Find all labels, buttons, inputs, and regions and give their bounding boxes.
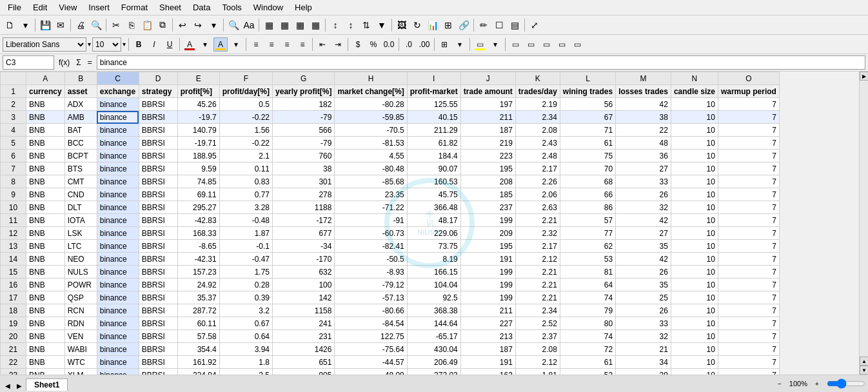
cell-L11[interactable]: 57 bbox=[560, 214, 615, 227]
cell-L12[interactable]: 77 bbox=[560, 227, 615, 240]
cell-G21[interactable]: 1426 bbox=[273, 343, 335, 356]
cell-N14[interactable]: 10 bbox=[671, 253, 718, 266]
cell-J11[interactable]: 199 bbox=[460, 214, 515, 227]
cell-A20[interactable]: BNB bbox=[26, 330, 65, 343]
redo-btn[interactable]: ↪ bbox=[191, 18, 205, 32]
cell-B13[interactable]: LTC bbox=[64, 240, 97, 253]
cell-J21[interactable]: 187 bbox=[460, 343, 515, 356]
cell-E12[interactable]: 168.33 bbox=[177, 227, 219, 240]
cell-L1[interactable]: wining trades bbox=[560, 85, 615, 98]
col-header-A[interactable]: A bbox=[26, 72, 65, 85]
cell-J22[interactable]: 191 bbox=[460, 356, 515, 369]
cell-O18[interactable]: 7 bbox=[718, 304, 779, 317]
cell-I12[interactable]: 229.06 bbox=[407, 227, 460, 240]
borders-drop[interactable]: ▾ bbox=[453, 37, 467, 52]
menu-file[interactable]: File bbox=[3, 1, 26, 14]
cell-I18[interactable]: 368.38 bbox=[407, 304, 460, 317]
col-header-L[interactable]: L bbox=[560, 72, 615, 85]
cell-G22[interactable]: 651 bbox=[273, 356, 335, 369]
cell-E18[interactable]: 287.72 bbox=[177, 304, 219, 317]
cell-L4[interactable]: 71 bbox=[560, 124, 615, 137]
row-header-19[interactable]: 19 bbox=[1, 317, 26, 330]
paste-btn[interactable]: 📋 bbox=[140, 18, 154, 32]
cell-M17[interactable]: 25 bbox=[616, 291, 671, 304]
cell-F11[interactable]: -0.48 bbox=[219, 214, 272, 227]
cell-I21[interactable]: 430.04 bbox=[407, 343, 460, 356]
zoom-in-btn[interactable]: + bbox=[810, 377, 824, 391]
cell-J3[interactable]: 211 bbox=[460, 111, 515, 124]
cell-O2[interactable]: 7 bbox=[718, 98, 779, 111]
cell-N12[interactable]: 10 bbox=[671, 227, 718, 240]
cell-N1[interactable]: candle size bbox=[671, 85, 718, 98]
cell-L10[interactable]: 86 bbox=[560, 201, 615, 214]
decimal-btn[interactable]: 0.0 bbox=[382, 37, 396, 52]
row-header-20[interactable]: 20 bbox=[1, 330, 26, 343]
row-header-23[interactable]: 23 bbox=[1, 369, 26, 375]
cut-btn[interactable]: ✂ bbox=[109, 18, 123, 32]
cell-F4[interactable]: 1.56 bbox=[219, 124, 272, 137]
cell-G2[interactable]: 182 bbox=[273, 98, 335, 111]
cell-O9[interactable]: 7 bbox=[718, 188, 779, 201]
cell-N10[interactable]: 10 bbox=[671, 201, 718, 214]
dec-places-btn[interactable]: .0 bbox=[402, 37, 416, 52]
cell-E4[interactable]: 140.79 bbox=[177, 124, 219, 137]
cell-reference-input[interactable] bbox=[3, 55, 54, 70]
cell-K7[interactable]: 2.17 bbox=[515, 162, 560, 175]
cell-E7[interactable]: 9.59 bbox=[177, 162, 219, 175]
cell-O6[interactable]: 7 bbox=[718, 150, 779, 162]
cell-J8[interactable]: 208 bbox=[460, 175, 515, 188]
menu-window[interactable]: Window bbox=[248, 1, 288, 14]
cell-F9[interactable]: 0.77 bbox=[219, 188, 272, 201]
col-header-K[interactable]: K bbox=[515, 72, 560, 85]
cell-I5[interactable]: 61.82 bbox=[407, 137, 460, 150]
cell-N3[interactable]: 10 bbox=[671, 111, 718, 124]
cell-C12[interactable]: binance bbox=[97, 227, 139, 240]
row-header-14[interactable]: 14 bbox=[1, 253, 26, 266]
cell-L5[interactable]: 61 bbox=[560, 137, 615, 150]
cell-B17[interactable]: QSP bbox=[64, 291, 97, 304]
cell-E17[interactable]: 35.37 bbox=[177, 291, 219, 304]
cell-O12[interactable]: 7 bbox=[718, 227, 779, 240]
cell-L20[interactable]: 74 bbox=[560, 330, 615, 343]
cell-F1[interactable]: profit/day[%] bbox=[219, 85, 272, 98]
cell-D5[interactable]: BBRSI bbox=[139, 137, 177, 150]
cell-A4[interactable]: BNB bbox=[26, 124, 65, 137]
cell-A7[interactable]: BNB bbox=[26, 162, 65, 175]
cell-D16[interactable]: BBRSI bbox=[139, 279, 177, 291]
cell-J19[interactable]: 227 bbox=[460, 317, 515, 330]
cell-O15[interactable]: 7 bbox=[718, 266, 779, 279]
menu-view[interactable]: View bbox=[54, 1, 82, 14]
cell-A6[interactable]: BNB bbox=[26, 150, 65, 162]
cell-L21[interactable]: 72 bbox=[560, 343, 615, 356]
cell-O22[interactable]: 7 bbox=[718, 356, 779, 369]
cell-E11[interactable]: -42.83 bbox=[177, 214, 219, 227]
cell-A13[interactable]: BNB bbox=[26, 240, 65, 253]
cell-I19[interactable]: 144.64 bbox=[407, 317, 460, 330]
cell-A19[interactable]: BNB bbox=[26, 317, 65, 330]
email-btn[interactable]: ✉ bbox=[54, 18, 68, 32]
cell-A3[interactable]: BNB bbox=[26, 111, 65, 124]
cell-A23[interactable]: BNB bbox=[26, 369, 65, 375]
pencil-btn[interactable]: ✏ bbox=[477, 18, 491, 32]
cell-C1[interactable]: exchange bbox=[97, 85, 139, 98]
cell-E19[interactable]: 60.11 bbox=[177, 317, 219, 330]
cell-J9[interactable]: 185 bbox=[460, 188, 515, 201]
cell-L3[interactable]: 67 bbox=[560, 111, 615, 124]
cell-D10[interactable]: BBRSI bbox=[139, 201, 177, 214]
formula-input[interactable] bbox=[97, 55, 865, 70]
cell-H14[interactable]: -50.5 bbox=[335, 253, 407, 266]
cell-F16[interactable]: 0.28 bbox=[219, 279, 272, 291]
cell-O3[interactable]: 7 bbox=[718, 111, 779, 124]
cell-H2[interactable]: -80.28 bbox=[335, 98, 407, 111]
cell-M9[interactable]: 26 bbox=[616, 188, 671, 201]
cell-C18[interactable]: binance bbox=[97, 304, 139, 317]
cell-N15[interactable]: 10 bbox=[671, 266, 718, 279]
row-header-3[interactable]: 3 bbox=[1, 111, 26, 124]
zoom-slider[interactable] bbox=[827, 378, 865, 389]
cell-O21[interactable]: 7 bbox=[718, 343, 779, 356]
cell-N19[interactable]: 10 bbox=[671, 317, 718, 330]
more-btn[interactable]: ▤ bbox=[508, 18, 522, 32]
cell-B2[interactable]: ADX bbox=[64, 98, 97, 111]
cell-C22[interactable]: binance bbox=[97, 356, 139, 369]
cell-K16[interactable]: 2.21 bbox=[515, 279, 560, 291]
